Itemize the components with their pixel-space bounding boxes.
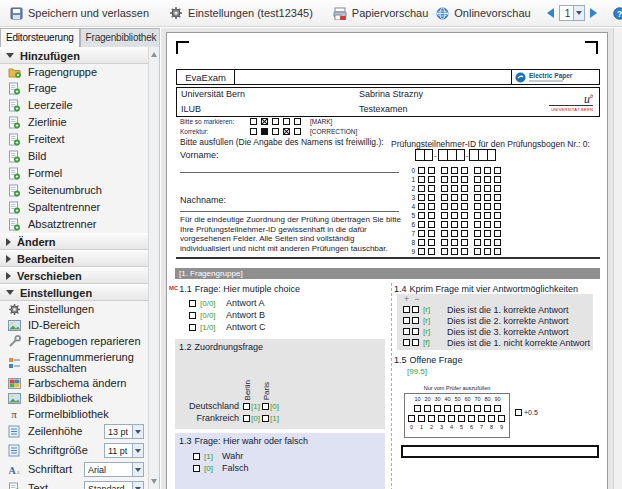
id-checkbox[interactable] xyxy=(451,203,458,210)
id-checkbox[interactable] xyxy=(484,248,491,255)
id-checkbox[interactable] xyxy=(441,230,448,237)
question-1-5[interactable]: 1.5 Offene Frage xyxy=(394,355,462,365)
id-checkbox[interactable] xyxy=(461,176,468,183)
id-checkbox[interactable] xyxy=(474,176,481,183)
id-write-box[interactable] xyxy=(447,149,456,161)
id-write-box[interactable] xyxy=(478,149,487,161)
id-checkbox[interactable] xyxy=(474,239,481,246)
id-checkbox[interactable] xyxy=(484,230,491,237)
id-checkbox[interactable] xyxy=(494,194,501,201)
id-checkbox[interactable] xyxy=(451,221,458,228)
id-checkbox[interactable] xyxy=(461,230,468,237)
id-checkbox[interactable] xyxy=(418,176,425,183)
tab-fragenbibliothek[interactable]: Fragenbibliothek xyxy=(80,28,160,47)
grader-checkbox[interactable] xyxy=(434,405,441,412)
answer-checkbox[interactable] xyxy=(189,312,196,319)
id-checkbox[interactable] xyxy=(494,212,501,219)
grader-checkbox[interactable] xyxy=(494,405,501,412)
first-name-field[interactable] xyxy=(180,172,399,173)
sidebar-item-id-bereich[interactable]: ID-Bereich xyxy=(0,318,148,333)
sidebar-item-leerzeile[interactable]: Leerzeile xyxy=(0,97,148,114)
id-checkbox[interactable] xyxy=(484,221,491,228)
answer-row[interactable]: [0/0]Antwort B xyxy=(169,309,385,321)
id-checkbox[interactable] xyxy=(418,248,425,255)
answer-checkbox[interactable] xyxy=(412,339,419,346)
page-select[interactable]: 1 xyxy=(559,5,586,21)
id-checkbox[interactable] xyxy=(494,248,501,255)
answer-checkbox[interactable] xyxy=(412,317,419,324)
answer-row[interactable]: [0/0]Antwort A xyxy=(169,297,385,309)
id-checkbox[interactable] xyxy=(428,248,435,255)
id-checkbox[interactable] xyxy=(418,239,425,246)
id-checkbox[interactable] xyxy=(428,230,435,237)
id-checkbox[interactable] xyxy=(441,203,448,210)
answer-checkbox[interactable] xyxy=(189,324,196,331)
id-checkbox[interactable] xyxy=(494,221,501,228)
answer-checkbox[interactable] xyxy=(193,453,200,460)
sidebar-item-formelbibliothek[interactable]: πFormelbibliothek xyxy=(0,406,148,422)
grader-checkbox[interactable] xyxy=(448,415,455,422)
id-checkbox[interactable] xyxy=(461,212,468,219)
sidebar-item-fragengruppe[interactable]: Fragengruppe xyxy=(0,64,148,80)
id-checkbox[interactable] xyxy=(451,176,458,183)
answer-checkbox[interactable] xyxy=(403,339,410,346)
schriftart-select[interactable]: Arial xyxy=(84,462,144,477)
q12-row[interactable]: Deutschland[1][0] xyxy=(179,400,385,412)
id-checkbox[interactable] xyxy=(428,185,435,192)
id-checkbox[interactable] xyxy=(474,167,481,174)
id-checkbox[interactable] xyxy=(484,194,491,201)
next-page-button[interactable] xyxy=(590,8,597,18)
id-checkbox[interactable] xyxy=(441,248,448,255)
id-checkbox[interactable] xyxy=(428,239,435,246)
id-checkbox[interactable] xyxy=(441,167,448,174)
id-checkbox[interactable] xyxy=(441,221,448,228)
id-checkbox[interactable] xyxy=(484,239,491,246)
id-checkbox[interactable] xyxy=(418,221,425,228)
id-checkbox[interactable] xyxy=(484,185,491,192)
sidebar-item-schriftgr-e[interactable]: Schriftgröße11 pt xyxy=(0,441,148,460)
id-checkbox[interactable] xyxy=(484,167,491,174)
grader-checkbox[interactable] xyxy=(438,415,445,422)
grader-checkbox[interactable] xyxy=(474,405,481,412)
text-select[interactable]: Standard xyxy=(84,481,144,489)
id-checkbox[interactable] xyxy=(461,185,468,192)
question-1-4-answers-box[interactable]: +− [r]Dies ist die 1. korrekte Antwort[r… xyxy=(397,294,593,350)
id-checkbox[interactable] xyxy=(418,167,425,174)
sidebar-item-spaltentrenner[interactable]: Spaltentrenner xyxy=(0,199,148,216)
id-checkbox[interactable] xyxy=(441,194,448,201)
id-checkbox[interactable] xyxy=(418,203,425,210)
sidebar-item-zeilenh-he[interactable]: Zeilenhöhe13 pt xyxy=(0,422,148,441)
id-checkbox[interactable] xyxy=(494,185,501,192)
zeilenh-he-select[interactable]: 13 pt xyxy=(104,424,144,439)
id-checkbox[interactable] xyxy=(451,194,458,201)
grader-checkbox[interactable] xyxy=(414,405,421,412)
grader-checkbox[interactable] xyxy=(478,415,485,422)
grader-checkbox[interactable] xyxy=(408,415,415,422)
id-write-box[interactable] xyxy=(469,149,478,161)
section-hinzuf-gen[interactable]: Hinzufügen xyxy=(0,47,148,64)
id-checkbox[interactable] xyxy=(474,248,481,255)
id-checkbox[interactable] xyxy=(461,203,468,210)
id-write-box[interactable] xyxy=(487,149,496,161)
sidebar-item-fragennummerierung-ausschalten[interactable]: Fragennummerierung ausschalten xyxy=(0,350,148,376)
answer-checkbox[interactable] xyxy=(403,317,410,324)
question-1-1[interactable]: MC 1.1 Frage: Hier mutiple choice [0/0]A… xyxy=(169,284,385,333)
section-verschieben[interactable]: Verschieben xyxy=(0,267,148,284)
question-group-header[interactable]: [1. Fragengruppe] xyxy=(175,268,600,279)
last-name-field[interactable] xyxy=(180,211,399,212)
id-checkbox[interactable] xyxy=(451,167,458,174)
id-checkbox[interactable] xyxy=(461,239,468,246)
id-checkbox[interactable] xyxy=(494,167,501,174)
grader-checkbox[interactable] xyxy=(498,415,505,422)
id-checkbox[interactable] xyxy=(418,185,425,192)
id-checkbox[interactable] xyxy=(428,176,435,183)
id-checkbox[interactable] xyxy=(428,194,435,201)
sidebar-item-seitenumbruch[interactable]: Seitenumbruch xyxy=(0,182,148,199)
answer-checkbox[interactable] xyxy=(189,300,196,307)
id-checkbox[interactable] xyxy=(451,248,458,255)
answer-checkbox[interactable] xyxy=(403,306,410,313)
sidebar-item-frage[interactable]: Frage xyxy=(0,80,148,97)
sidebar-item-freitext[interactable]: Freitext xyxy=(0,131,148,148)
grader-checkbox[interactable] xyxy=(444,405,451,412)
id-checkbox[interactable] xyxy=(451,230,458,237)
